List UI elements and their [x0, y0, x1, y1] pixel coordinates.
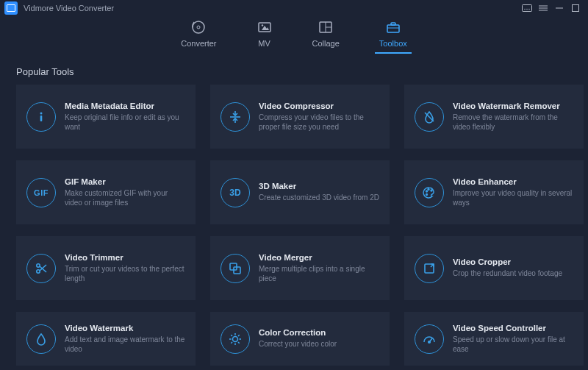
- scissors-icon: [26, 254, 56, 283]
- crop-icon: [415, 254, 444, 283]
- tool-title: GIF Maker: [65, 177, 187, 186]
- drop-x-icon: [415, 102, 444, 132]
- svg-line-46: [231, 342, 232, 344]
- tool-title: Video Enhancer: [453, 177, 575, 186]
- tool-desc: Improve your video quality in several wa…: [453, 188, 575, 208]
- compress-icon: [220, 102, 250, 132]
- nav-tab-collage[interactable]: Collage: [308, 18, 344, 54]
- app-logo-icon: [4, 1, 18, 15]
- tool-video-watermark[interactable]: Video Watermark Add text and image water…: [16, 312, 196, 366]
- tool-3d-maker[interactable]: 3D 3D Maker Create customized 3D video f…: [210, 160, 390, 224]
- mv-icon: [257, 19, 273, 35]
- nav-label: MV: [258, 39, 270, 48]
- collage-icon: [318, 19, 334, 35]
- svg-rect-18: [387, 25, 399, 32]
- svg-point-28: [428, 188, 429, 190]
- nav-tab-toolbox[interactable]: Toolbox: [375, 18, 412, 54]
- tool-title: Video Cropper: [453, 257, 562, 266]
- converter-icon: [190, 19, 207, 35]
- palette-icon: [415, 178, 444, 207]
- svg-point-2: [526, 9, 527, 10]
- menu-icon[interactable]: [535, 0, 551, 16]
- tool-video-enhancer[interactable]: Video Enhancer Improve your video qualit…: [404, 160, 584, 224]
- maximize-icon[interactable]: [567, 0, 584, 16]
- toolbox-icon: [385, 19, 401, 35]
- tool-grid: Media Metadata Editor Keep original file…: [16, 85, 572, 366]
- svg-point-27: [426, 191, 428, 192]
- tool-desc: Create customized 3D video from 2D: [259, 193, 379, 203]
- tool-color-correction[interactable]: Color Correction Correct your video colo…: [210, 312, 390, 366]
- svg-point-14: [261, 24, 262, 26]
- svg-line-43: [231, 335, 232, 336]
- tool-desc: Add text and image watermark to the vide…: [65, 335, 187, 355]
- tool-video-merger[interactable]: Video Merger Merge multiple clips into a…: [210, 236, 390, 300]
- tool-video-compressor[interactable]: Video Compressor Compress your video fil…: [210, 85, 390, 149]
- svg-point-3: [528, 9, 529, 10]
- drop-icon: [26, 324, 56, 354]
- merge-icon: [220, 254, 250, 283]
- tool-title: Video Merger: [259, 253, 381, 262]
- tool-desc: Merge multiple clips into a single piece: [259, 264, 381, 284]
- tool-desc: Keep original file info or edit as you w…: [65, 113, 187, 132]
- nav-label: Toolbox: [379, 39, 407, 48]
- svg-point-1: [524, 9, 525, 10]
- svg-point-29: [431, 190, 432, 191]
- tool-media-metadata-editor[interactable]: Media Metadata Editor Keep original file…: [16, 85, 196, 149]
- svg-rect-22: [40, 115, 43, 121]
- svg-point-21: [40, 112, 43, 114]
- 3d-icon: 3D: [220, 178, 250, 207]
- gauge-icon: [415, 324, 444, 354]
- svg-marker-13: [262, 26, 269, 30]
- sun-icon: [220, 324, 250, 354]
- tool-title: Video Watermark Remover: [453, 102, 575, 110]
- tool-video-cropper[interactable]: Video Cropper Crop the redundant video f…: [404, 236, 584, 300]
- nav-tab-mv[interactable]: MV: [252, 18, 277, 54]
- tool-video-watermark-remover[interactable]: Video Watermark Remover Remove the water…: [404, 85, 584, 149]
- svg-line-44: [238, 342, 240, 344]
- section-heading: Popular Tools: [16, 66, 588, 77]
- svg-point-38: [233, 336, 238, 341]
- tool-gif-maker[interactable]: GIF GIF Maker Make customized GIF with y…: [16, 160, 196, 224]
- tool-desc: Correct your video color: [259, 339, 337, 349]
- minimize-icon[interactable]: [551, 0, 567, 16]
- info-icon: [26, 102, 56, 132]
- tool-desc: Speed up or slow down your file at ease: [453, 335, 575, 355]
- tool-desc: Remove the watermark from the video flex…: [453, 113, 575, 132]
- app-title: Vidmore Video Converter: [24, 4, 114, 13]
- tool-desc: Trim or cut your videos to the perfect l…: [65, 264, 187, 284]
- tool-title: Video Compressor: [259, 102, 381, 110]
- tool-title: Video Speed Controller: [453, 324, 575, 332]
- nav-tab-converter[interactable]: Converter: [176, 18, 220, 54]
- tool-title: Video Trimmer: [65, 253, 187, 262]
- tool-video-speed-controller[interactable]: Video Speed Controller Speed up or slow …: [404, 312, 584, 366]
- titlebar: Vidmore Video Converter: [0, 0, 588, 16]
- tool-title: 3D Maker: [259, 182, 379, 191]
- svg-point-30: [426, 193, 428, 195]
- svg-rect-8: [573, 5, 579, 12]
- tool-title: Color Correction: [259, 328, 337, 337]
- nav-label: Converter: [181, 39, 216, 48]
- tool-title: Media Metadata Editor: [65, 102, 187, 110]
- svg-point-9: [193, 21, 204, 33]
- svg-rect-19: [391, 23, 395, 25]
- gif-icon: GIF: [26, 178, 56, 207]
- more-options-icon[interactable]: [519, 0, 535, 16]
- svg-point-10: [197, 26, 200, 29]
- tool-desc: Compress your video files to the proper …: [259, 113, 381, 132]
- nav-label: Collage: [312, 39, 340, 48]
- svg-rect-0: [523, 5, 532, 12]
- svg-line-45: [238, 335, 240, 336]
- tool-desc: Make customized GIF with your video or i…: [65, 188, 187, 208]
- tool-desc: Crop the redundant video footage: [453, 268, 562, 279]
- main-nav: Converter MV Collage Toolbox: [0, 18, 588, 57]
- tool-title: Video Watermark: [65, 324, 187, 332]
- tool-video-trimmer[interactable]: Video Trimmer Trim or cut your videos to…: [16, 236, 196, 300]
- svg-point-48: [429, 341, 431, 343]
